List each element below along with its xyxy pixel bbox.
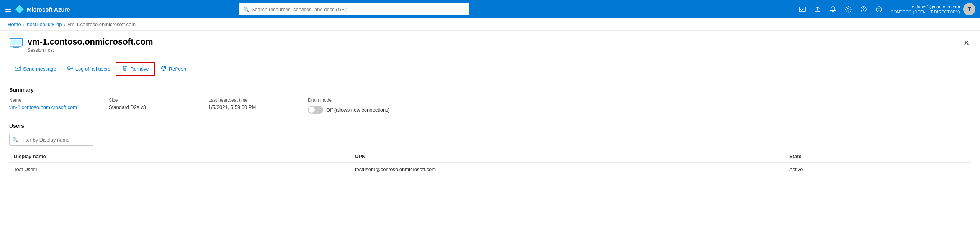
- summary-size-label: Size: [109, 97, 185, 103]
- nav-logo-text: Microsoft Azure: [27, 6, 70, 13]
- nav-user-area[interactable]: testuser1@contoso.com CONTOSO (DEFAULT D…: [890, 3, 975, 15]
- summary-size-item: Size Standard D2s v3: [109, 97, 185, 114]
- send-message-button[interactable]: Send message: [9, 63, 62, 74]
- refresh-button[interactable]: Refresh: [155, 63, 192, 75]
- breadcrumb-current: vm-1.contoso.onmicrosoft.com: [68, 21, 136, 27]
- search-icon: 🔍: [243, 7, 249, 12]
- page-subtitle: Session host: [28, 48, 153, 53]
- cell-display-name: Test User1: [9, 163, 350, 176]
- summary-heartbeat-item: Last heartbeat time 1/5/2021, 5:59:00 PM: [208, 97, 285, 114]
- close-button[interactable]: ✕: [960, 37, 972, 49]
- summary-drain-label: Drain mode: [308, 97, 390, 103]
- filter-input[interactable]: [9, 134, 93, 146]
- help-icon[interactable]: [857, 2, 870, 16]
- nav-user-tenant: CONTOSO (DEFAULT DIRECTORY): [890, 10, 960, 14]
- svg-point-6: [880, 8, 880, 9]
- summary-heartbeat-label: Last heartbeat time: [208, 97, 285, 103]
- refresh-icon: [160, 65, 167, 73]
- svg-point-11: [68, 68, 69, 69]
- summary-drain-item: Drain mode Off (allows new connections): [308, 97, 390, 114]
- nav-icons-area: [795, 2, 886, 16]
- col-header-upn: UPN: [350, 150, 785, 163]
- col-header-state: State: [785, 150, 971, 163]
- log-off-label: Log off all users: [75, 66, 111, 72]
- top-nav: Microsoft Azure 🔍 testuser1@contoso.com: [0, 0, 980, 18]
- cell-state: Active: [785, 163, 971, 176]
- breadcrumb: Home › hostPool928-hp › vm-1.contoso.onm…: [0, 18, 980, 31]
- nav-user-name: testuser1@contoso.com: [890, 4, 960, 10]
- summary-name-value: vm-1.contoso.onmicrosoft.com: [9, 104, 86, 110]
- page-title-block: vm-1.contoso.onmicrosoft.com Session hos…: [28, 37, 153, 53]
- breadcrumb-sep-2: ›: [64, 22, 65, 27]
- summary-title: Summary: [9, 87, 971, 93]
- email-icon: [15, 66, 21, 72]
- feedback-icon[interactable]: [872, 2, 886, 16]
- drain-mode-value: Off (allows new connections): [308, 106, 390, 114]
- nav-user-info: testuser1@contoso.com CONTOSO (DEFAULT D…: [890, 4, 960, 14]
- summary-grid: Name vm-1.contoso.onmicrosoft.com Size S…: [9, 97, 971, 114]
- svg-point-4: [876, 7, 882, 12]
- svg-point-5: [878, 8, 879, 9]
- summary-name-label: Name: [9, 97, 86, 103]
- breadcrumb-home[interactable]: Home: [8, 21, 21, 27]
- svg-rect-9: [15, 66, 20, 71]
- nav-logo: Microsoft Azure: [15, 5, 70, 13]
- nav-avatar: T: [963, 3, 975, 15]
- page-title: vm-1.contoso.onmicrosoft.com: [28, 37, 153, 47]
- filter-search-icon: 🔍: [12, 137, 18, 142]
- breadcrumb-parent[interactable]: hostPool928-hp: [27, 21, 62, 27]
- filter-wrapper: 🔍: [9, 134, 93, 146]
- delete-icon: [122, 65, 128, 73]
- summary-heartbeat-value: 1/5/2021, 5:59:00 PM: [208, 104, 285, 110]
- upload-icon[interactable]: [811, 2, 825, 16]
- monitor-icon: [9, 38, 23, 49]
- cell-upn: testuser1@contoso.onmicrosoft.com: [350, 163, 785, 176]
- users-title: Users: [9, 123, 971, 129]
- remove-button[interactable]: Remove: [116, 62, 155, 76]
- summary-size-value: Standard D2s v3: [109, 104, 185, 110]
- svg-rect-8: [11, 40, 21, 45]
- drain-mode-toggle[interactable]: [308, 106, 323, 114]
- users-table-body: Test User1 testuser1@contoso.onmicrosoft…: [9, 163, 971, 176]
- table-row[interactable]: Test User1 testuser1@contoso.onmicrosoft…: [9, 163, 971, 176]
- azure-logo-icon: [15, 5, 24, 13]
- breadcrumb-sep-1: ›: [23, 22, 25, 27]
- nav-search-area: 🔍: [239, 3, 469, 15]
- search-input[interactable]: [239, 3, 469, 15]
- vm-name-link[interactable]: vm-1.contoso.onmicrosoft.com: [9, 104, 77, 110]
- users-table: Display name UPN State Test User1 testus…: [9, 150, 971, 176]
- users-section: Users 🔍 Display name UPN State Test User…: [9, 123, 971, 176]
- svg-point-1: [847, 8, 849, 10]
- page-header: vm-1.contoso.onmicrosoft.com Session hos…: [9, 37, 971, 53]
- summary-section: Summary Name vm-1.contoso.onmicrosoft.co…: [9, 87, 971, 114]
- svg-point-3: [863, 10, 864, 11]
- send-message-label: Send message: [23, 66, 56, 72]
- toolbar: Send message Log off all users Remove Re…: [9, 59, 971, 79]
- drain-mode-text: Off (allows new connections): [326, 107, 390, 113]
- cloud-shell-icon[interactable]: [795, 2, 809, 16]
- table-header: Display name UPN State: [9, 150, 971, 163]
- refresh-label: Refresh: [169, 66, 187, 72]
- col-header-display-name: Display name: [9, 150, 350, 163]
- remove-label: Remove: [130, 66, 149, 72]
- notifications-icon[interactable]: [826, 2, 840, 16]
- log-off-button[interactable]: Log off all users: [62, 63, 116, 74]
- settings-icon[interactable]: [841, 2, 855, 16]
- key-icon: [67, 66, 73, 72]
- summary-name-item: Name vm-1.contoso.onmicrosoft.com: [9, 97, 86, 114]
- main-content: ✕ vm-1.contoso.onmicrosoft.com Session h…: [0, 31, 980, 183]
- hamburger-menu[interactable]: [5, 5, 12, 13]
